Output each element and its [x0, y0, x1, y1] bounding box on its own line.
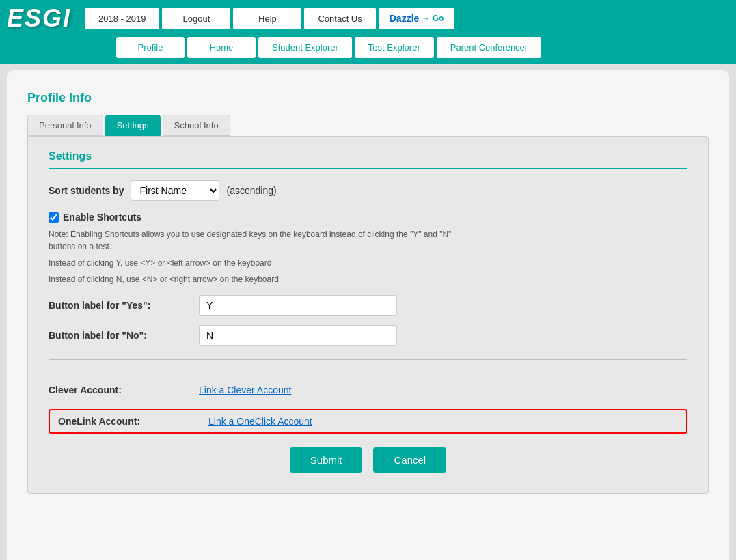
onelink-row: OneLink Account: Link a OneClick Account [49, 409, 687, 434]
help-btn[interactable]: Help [233, 8, 301, 29]
yes-field-row: Button label for "Yes": [49, 295, 687, 316]
enable-shortcuts-row: Enable Shortcuts [49, 212, 687, 223]
cancel-button[interactable]: Cancel [373, 447, 446, 473]
clever-link[interactable]: Link a Clever Account [199, 384, 291, 395]
yes-input[interactable] [199, 295, 397, 316]
dazzle-go: → Go [422, 14, 444, 23]
nav-top-row: 2018 - 2019 Logout Help Contact Us Dazzl… [85, 8, 729, 29]
onelink-label: OneLink Account: [58, 416, 208, 427]
onelink-link[interactable]: Link a OneClick Account [208, 416, 312, 427]
parent-conferencer-btn[interactable]: Parent Conferencer [437, 37, 541, 58]
button-row: Submit Cancel [49, 447, 687, 473]
sort-select[interactable]: First Name Last Name [131, 180, 219, 201]
test-explorer-btn[interactable]: Test Explorer [355, 37, 434, 58]
submit-button[interactable]: Submit [290, 447, 363, 473]
no-field-row: Button label for "No": [49, 325, 687, 346]
clever-label: Clever Account: [49, 384, 199, 395]
dazzle-text: Dazzle [390, 13, 420, 24]
dazzle-btn[interactable]: Dazzle → Go [379, 8, 455, 29]
sort-order: (ascending) [226, 185, 276, 196]
logout-btn[interactable]: Logout [162, 8, 230, 29]
settings-heading: Settings [49, 150, 687, 169]
no-label: Button label for "No": [49, 330, 199, 341]
tab-personal[interactable]: Personal Info [27, 115, 103, 136]
enable-shortcuts-checkbox[interactable] [49, 212, 59, 223]
checkbox-label: Enable Shortcuts [63, 212, 141, 223]
yes-label: Button label for "Yes": [49, 300, 199, 311]
header: ESGI 2018 - 2019 Logout Help Contact Us … [0, 0, 736, 64]
profile-btn[interactable]: Profile [116, 37, 185, 58]
note1: Note: Enabling Shortcuts allows you to u… [49, 228, 459, 253]
tab-school[interactable]: School Info [163, 115, 230, 136]
header-bottom: Profile Home Student Explorer Test Explo… [109, 37, 736, 64]
header-top: ESGI 2018 - 2019 Logout Help Contact Us … [0, 0, 736, 37]
tab-settings[interactable]: Settings [105, 115, 161, 136]
year-btn[interactable]: 2018 - 2019 [85, 8, 159, 29]
sort-label: Sort students by [49, 185, 124, 196]
note2: Instead of clicking Y, use <Y> or <left … [49, 257, 459, 269]
logo: ESGI [7, 4, 71, 33]
home-btn[interactable]: Home [187, 37, 256, 58]
clever-row: Clever Account: Link a Clever Account [49, 380, 687, 400]
page-title: Profile Info [27, 91, 709, 105]
no-input[interactable] [199, 325, 397, 346]
sort-row: Sort students by First Name Last Name (a… [49, 180, 687, 201]
settings-panel: Settings Sort students by First Name Las… [27, 136, 709, 494]
account-section: Clever Account: Link a Clever Account On… [49, 374, 687, 434]
tabs: Personal Info Settings School Info [27, 115, 709, 136]
contact-btn[interactable]: Contact Us [304, 8, 375, 29]
student-explorer-btn[interactable]: Student Explorer [258, 37, 352, 58]
main-wrapper: Profile Info Personal Info Settings Scho… [7, 70, 729, 560]
note3: Instead of clicking N, use <N> or <right… [49, 273, 459, 285]
divider [49, 359, 687, 360]
